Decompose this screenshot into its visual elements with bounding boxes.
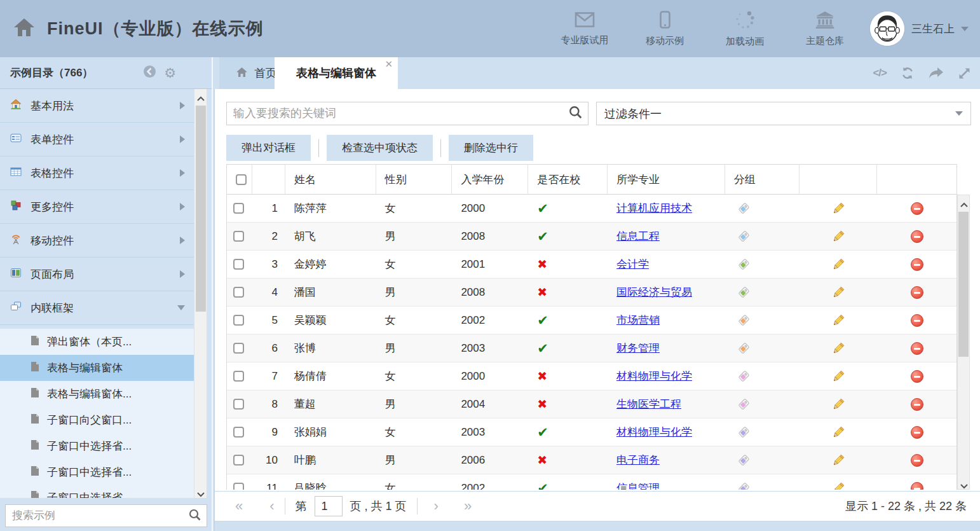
trial-action[interactable]: 专业版试用 bbox=[559, 11, 610, 46]
user-menu[interactable]: 三生石上 bbox=[869, 0, 969, 57]
row-checkbox[interactable] bbox=[233, 371, 244, 382]
col-major[interactable]: 所学专业 bbox=[608, 165, 725, 194]
row-checkbox[interactable] bbox=[233, 399, 244, 410]
filter-dropdown[interactable]: 过滤条件一 bbox=[596, 102, 971, 125]
submenu-item[interactable]: 表格与编辑窗体... bbox=[0, 381, 194, 407]
edit-pencil-icon[interactable] bbox=[832, 286, 845, 299]
major-link[interactable]: 电子商务 bbox=[616, 453, 660, 467]
share-arrow-icon[interactable] bbox=[929, 67, 944, 79]
delete-row-icon[interactable] bbox=[911, 370, 923, 383]
refresh-icon[interactable] bbox=[901, 66, 915, 80]
sidebar-item-mobile[interactable]: 移动控件 bbox=[0, 224, 194, 258]
edit-pencil-icon[interactable] bbox=[832, 398, 845, 411]
sidebar-item-basic[interactable]: 基本用法 bbox=[0, 89, 194, 123]
major-link[interactable]: 信息工程 bbox=[616, 229, 660, 244]
delete-row-icon[interactable] bbox=[911, 314, 923, 327]
theme-repo-action[interactable]: 主题仓库 bbox=[800, 11, 850, 47]
sidebar-search-input[interactable] bbox=[6, 509, 188, 522]
row-checkbox[interactable] bbox=[233, 455, 244, 465]
row-checkbox[interactable] bbox=[233, 483, 244, 490]
edit-pencil-icon[interactable] bbox=[832, 230, 845, 243]
edit-pencil-icon[interactable] bbox=[832, 258, 845, 271]
row-checkbox[interactable] bbox=[233, 231, 244, 242]
row-checkbox[interactable] bbox=[233, 287, 244, 298]
scrollbar-thumb[interactable] bbox=[958, 212, 969, 357]
major-link[interactable]: 生物医学工程 bbox=[616, 397, 681, 411]
search-icon[interactable] bbox=[568, 105, 583, 122]
home-icon[interactable] bbox=[13, 17, 36, 40]
delete-row-icon[interactable] bbox=[911, 202, 923, 215]
scroll-up-icon[interactable] bbox=[196, 92, 206, 104]
sidebar-item-iframe[interactable]: 内联框架 bbox=[0, 291, 194, 325]
row-checkbox[interactable] bbox=[233, 259, 244, 270]
edit-pencil-icon[interactable] bbox=[832, 314, 845, 327]
delete-row-icon[interactable] bbox=[911, 482, 923, 490]
avatar[interactable] bbox=[869, 11, 905, 46]
sidebar-item-form[interactable]: 表单控件 bbox=[0, 123, 194, 156]
collapse-circle-icon[interactable] bbox=[143, 65, 156, 81]
major-link[interactable]: 财务管理 bbox=[616, 341, 660, 355]
col-gender[interactable]: 性别 bbox=[376, 165, 453, 194]
edit-pencil-icon[interactable] bbox=[832, 426, 845, 439]
delete-row-icon[interactable] bbox=[911, 286, 923, 299]
view-source-icon[interactable]: </> bbox=[873, 67, 887, 79]
expand-icon[interactable] bbox=[958, 67, 971, 80]
grid-scrollbar[interactable] bbox=[957, 195, 970, 490]
delete-row-icon[interactable] bbox=[911, 342, 923, 355]
col-group[interactable]: 分组 bbox=[725, 165, 800, 194]
first-page-icon[interactable]: « bbox=[235, 499, 243, 513]
major-link[interactable]: 国际经济与贸易 bbox=[616, 285, 692, 300]
last-page-icon[interactable]: » bbox=[464, 499, 472, 513]
select-all-checkbox[interactable] bbox=[236, 174, 247, 185]
keyword-search-input[interactable] bbox=[227, 107, 568, 120]
prev-page-icon[interactable]: ‹ bbox=[269, 499, 274, 513]
gear-icon[interactable]: ⚙ bbox=[164, 66, 176, 79]
scrollbar-thumb[interactable] bbox=[196, 106, 206, 312]
edit-pencil-icon[interactable] bbox=[832, 202, 845, 215]
row-checkbox[interactable] bbox=[233, 427, 244, 438]
submenu-item[interactable]: 子窗口中选择省 bbox=[0, 485, 194, 498]
delete-row-icon[interactable] bbox=[911, 398, 923, 411]
submenu-item[interactable]: 子窗口中选择省... bbox=[0, 433, 194, 459]
col-year[interactable]: 入学年份 bbox=[452, 165, 528, 194]
tab-close-icon[interactable]: ✕ bbox=[385, 59, 393, 69]
submenu-item[interactable]: 子窗口向父窗口... bbox=[0, 407, 194, 433]
sidebar-item-grid[interactable]: 表格控件 bbox=[0, 156, 194, 190]
major-link[interactable]: 材料物理与化学 bbox=[616, 425, 692, 439]
edit-pencil-icon[interactable] bbox=[832, 454, 845, 467]
sidebar-item-layout[interactable]: 页面布局 bbox=[0, 258, 194, 291]
delete-row-icon[interactable] bbox=[911, 426, 923, 439]
loading-animation-action[interactable]: 加载动画 bbox=[719, 10, 770, 48]
major-link[interactable]: 信息管理 bbox=[616, 481, 660, 490]
next-page-icon[interactable]: › bbox=[434, 499, 439, 513]
mobile-demo-action[interactable]: 移动示例 bbox=[639, 11, 690, 47]
sidebar-item-more[interactable]: 更多控件 bbox=[0, 190, 194, 224]
page-number-input[interactable] bbox=[315, 496, 343, 516]
col-name[interactable]: 姓名 bbox=[285, 165, 376, 194]
submenu-item-selected[interactable]: 表格与编辑窗体 bbox=[0, 355, 194, 381]
search-icon[interactable] bbox=[188, 508, 201, 524]
row-checkbox[interactable] bbox=[233, 343, 244, 354]
col-inschool[interactable]: 是否在校 bbox=[528, 165, 608, 194]
row-checkbox[interactable] bbox=[233, 203, 244, 214]
edit-pencil-icon[interactable] bbox=[832, 370, 845, 383]
major-link[interactable]: 市场营销 bbox=[616, 313, 660, 328]
submenu-item[interactable]: 子窗口中选择省... bbox=[0, 459, 194, 485]
major-link[interactable]: 计算机应用技术 bbox=[616, 201, 692, 216]
edit-pencil-icon[interactable] bbox=[832, 342, 845, 355]
scroll-down-icon[interactable] bbox=[959, 480, 969, 492]
major-link[interactable]: 会计学 bbox=[616, 257, 649, 272]
edit-pencil-icon[interactable] bbox=[832, 482, 845, 490]
sidebar-scrollbar[interactable] bbox=[194, 89, 207, 498]
scroll-down-icon[interactable] bbox=[196, 488, 206, 500]
check-selection-button[interactable]: 检查选中项状态 bbox=[327, 135, 433, 161]
row-checkbox[interactable] bbox=[233, 315, 244, 326]
open-dialog-button[interactable]: 弹出对话框 bbox=[226, 135, 311, 161]
scroll-up-icon[interactable] bbox=[959, 198, 969, 210]
tab-grid-edit-window[interactable]: 表格与编辑窗体 ✕ bbox=[275, 57, 398, 89]
submenu-item[interactable]: 弹出窗体（本页... bbox=[0, 329, 194, 355]
major-link[interactable]: 材料物理与化学 bbox=[616, 369, 692, 383]
delete-rows-button[interactable]: 删除选中行 bbox=[449, 135, 533, 161]
delete-row-icon[interactable] bbox=[911, 454, 923, 467]
delete-row-icon[interactable] bbox=[911, 230, 923, 243]
